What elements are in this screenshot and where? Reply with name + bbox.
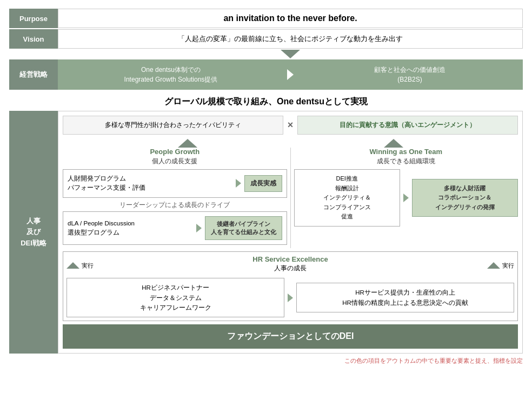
vision-row: Vision 「人起点の変革」の最前線に立ち、社会にポジティブな動力を生み出す xyxy=(9,29,523,49)
vision-content: 「人起点の変革」の最前線に立ち、社会にポジティブな動力を生み出す xyxy=(58,29,523,49)
engagement-text: 目的に貢献する意識（高いエンゲージメント） xyxy=(340,121,476,129)
two-col-section: People Growth 個人の成長支援 人財開発プログラムパフォーマンス支援… xyxy=(63,148,518,248)
small-right-arrow-icon xyxy=(236,179,241,188)
hr-right-box: HRサービス提供力・生産性の向上HR情報の精度向上による意思決定への貢献 xyxy=(296,283,514,312)
pg-box1-arrow xyxy=(236,179,241,188)
jikko-left-text: 実行 xyxy=(82,262,94,270)
talent-box: 多様な人財活躍コラボレーション＆インテグリティの発揮 xyxy=(412,179,518,217)
pg-box2-arrow xyxy=(196,224,202,232)
hr-left-text: HRビジネスパートナーデータ＆システムキャリアフレームワーク xyxy=(140,284,211,311)
strategy-box1-text: One dentsu体制でのIntegrated Growth Solution… xyxy=(124,65,218,84)
hr-center-arrow xyxy=(288,294,293,302)
right-arrow-icon xyxy=(287,69,294,80)
growth-badge: 成長実感 xyxy=(244,175,282,192)
jikko-right-text: 実行 xyxy=(502,262,514,270)
hr-left-box: HRビジネスパートナーデータ＆システムキャリアフレームワーク xyxy=(66,278,284,317)
talent-box-text: 多様な人財活躍コラボレーション＆インテグリティの発揮 xyxy=(435,185,495,210)
hr-inner: HRビジネスパートナーデータ＆システムキャリアフレームワーク HRサービス提供力… xyxy=(66,278,514,317)
side-label-text: 人事及びDEI戦略 xyxy=(21,216,46,249)
two-triangles xyxy=(63,139,518,148)
main-title: グローバル規模で取り組み、One dentsuとして実現 xyxy=(9,96,523,108)
pg-box1-left: 人財開発プログラムパフォーマンス支援・評価 xyxy=(68,174,232,193)
triangle-up-left-icon xyxy=(178,139,197,148)
hr-title-ja: 人事の成長 xyxy=(94,264,487,272)
tri-up-left-small-icon xyxy=(66,262,79,269)
outer-frame: Purpose an invitation to the never befor… xyxy=(9,9,523,365)
strategy-box1: One dentsu体制でのIntegrated Growth Solution… xyxy=(58,59,284,90)
strategy-box2: 顧客と社会への価値創造(B2B2S) xyxy=(297,59,523,90)
pg-box1-text: 人財開発プログラムパフォーマンス支援・評価 xyxy=(68,175,145,191)
strategy-box2-text: 顧客と社会への価値創造(B2B2S) xyxy=(374,65,445,84)
triangle-up-right-icon xyxy=(384,139,403,148)
cross-symbol: × xyxy=(288,119,294,131)
people-growth-title-ja: 個人の成長支援 xyxy=(63,157,287,166)
triangle-down-icon xyxy=(281,50,300,58)
dei-box-text: DEI推進報酬設計インテグリティ＆コンプライアンス促進 xyxy=(323,175,371,219)
main-content: 多様な専門性が掛け合わさったケイパビリティ × 目的に貢献する意識（高いエンゲー… xyxy=(58,111,523,354)
jikko-left-area: 実行 xyxy=(66,262,94,270)
dei-box: DEI推進報酬設計インテグリティ＆コンプライアンス促進 xyxy=(294,169,400,227)
hr-title-en: HR Service Excellence xyxy=(94,255,487,263)
footer-note: この色の項目をアウトカムの中でも重要な要素と捉え、指標を設定 xyxy=(9,357,523,365)
winning-as-one-team-col: Winning as One Team 成長できる組織環境 DEI推進報酬設計イ… xyxy=(291,148,518,248)
hr-section: 実行 HR Service Excellence 人事の成長 実行 HRビジネス… xyxy=(63,251,518,321)
small-right-arrow2-icon xyxy=(196,224,202,232)
hr-right-text: HRサービス提供力・生産性の向上HR情報の精度向上による意思決定への貢献 xyxy=(342,289,468,305)
engagement-box: 目的に貢献する意識（高いエンゲージメント） xyxy=(297,116,518,135)
capability-box: 多様な専門性が掛け合わさったケイパビリティ xyxy=(63,116,283,135)
pg-box2-left: dLA / People Discussion選抜型プログラム xyxy=(68,219,193,238)
hr-titles: HR Service Excellence 人事の成長 xyxy=(94,255,487,276)
leadership-subtitle: リーダーシップによる成長のドライブ xyxy=(63,201,287,209)
pipeline-line1: 後継者パイプライン xyxy=(217,221,270,227)
main-body: 人事及びDEI戦略 多様な専門性が掛け合わさったケイパビリティ × 目的に貢献す… xyxy=(9,111,523,354)
pipeline-badge: 後継者パイプライン 人を育てる仕組みと文化 xyxy=(205,216,282,241)
purpose-label: Purpose xyxy=(9,9,58,28)
dei-foundation: ファウンデーションとしてのDEI xyxy=(63,324,518,349)
pipeline-line2: 人を育てる仕組みと文化 xyxy=(211,229,276,235)
hr-row-label-area: 実行 HR Service Excellence 人事の成長 実行 xyxy=(66,255,514,276)
capability-text: 多様な専門性が掛け合わさったケイパビリティ xyxy=(105,121,241,129)
strategy-content: One dentsu体制でのIntegrated Growth Solution… xyxy=(58,59,523,90)
vision-label: Vision xyxy=(9,29,58,49)
wat-arrow-icon xyxy=(403,194,409,202)
tri-up-right-small-icon xyxy=(487,262,500,269)
strategy-label: 経営戦略 xyxy=(9,59,58,90)
capability-row: 多様な専門性が掛け合わさったケイパビリティ × 目的に貢献する意識（高いエンゲー… xyxy=(63,116,518,135)
jikko-right-area: 実行 xyxy=(487,262,514,270)
pg-box2: dLA / People Discussion選抜型プログラム 後継者パイプライ… xyxy=(63,211,287,245)
purpose-row: Purpose an invitation to the never befor… xyxy=(9,9,523,28)
strategy-arrow xyxy=(284,59,297,90)
pg-box1: 人財開発プログラムパフォーマンス支援・評価 成長実感 xyxy=(63,169,287,198)
arrow-down-vision xyxy=(58,50,523,58)
people-growth-title-en: People Growth xyxy=(63,148,287,156)
purpose-content: an invitation to the never before. xyxy=(58,9,523,28)
purpose-text: an invitation to the never before. xyxy=(223,14,357,23)
pg-box2-text: dLA / People Discussion選抜型プログラム xyxy=(68,220,135,236)
winning-title-ja: 成長できる組織環境 xyxy=(294,157,518,166)
vision-text: 「人起点の変革」の最前線に立ち、社会にポジティブな動力を生み出す xyxy=(178,34,403,44)
strategy-row: 経営戦略 One dentsu体制でのIntegrated Growth Sol… xyxy=(9,59,523,90)
wat-arrow xyxy=(403,194,409,202)
side-label: 人事及びDEI戦略 xyxy=(9,111,58,354)
winning-title-en: Winning as One Team xyxy=(294,148,518,156)
wat-inner: DEI推進報酬設計インテグリティ＆コンプライアンス促進 多様な人財活躍コラボレー… xyxy=(294,169,518,227)
hr-arrow-icon xyxy=(288,294,293,302)
people-growth-col: People Growth 個人の成長支援 人財開発プログラムパフォーマンス支援… xyxy=(63,148,291,248)
